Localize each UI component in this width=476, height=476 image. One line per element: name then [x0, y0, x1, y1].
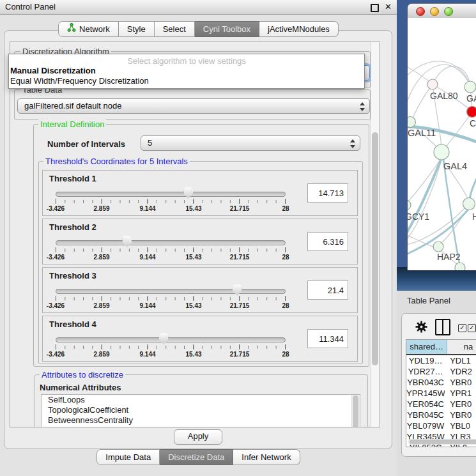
network-window-titlebar[interactable] [408, 4, 476, 19]
network-edge[interactable] [408, 160, 441, 238]
tab-infer-network[interactable]: Infer Network [233, 449, 300, 465]
scrollbar-thumb[interactable] [410, 440, 476, 444]
list-item[interactable]: SelfLoops [42, 395, 360, 405]
tick-label: 9.144 [139, 254, 155, 261]
network-edge[interactable] [412, 84, 433, 119]
slider-thumb[interactable] [159, 333, 169, 344]
network-canvas[interactable]: GAL80GACGAL11GAL4GCY1HHAP2 [408, 18, 476, 270]
slider-track[interactable] [56, 289, 286, 294]
panel-scrollbar[interactable] [371, 42, 380, 427]
column-header-name[interactable]: na [447, 340, 476, 354]
close-icon[interactable]: ✕ [385, 0, 392, 14]
tab-cyni-toolbox[interactable]: Cyni Toolbox [195, 21, 259, 37]
threshold-3-value-field[interactable]: 21.4 [307, 280, 348, 300]
slider-thumb[interactable] [183, 187, 193, 199]
tab-style[interactable]: Style [119, 21, 155, 37]
tick-label: 28 [282, 302, 289, 309]
network-node-label: H [472, 211, 476, 222]
table-cell[interactable]: YBR045C [406, 410, 445, 420]
network-icon [67, 22, 76, 36]
table-cell[interactable]: YBL079W [406, 420, 445, 431]
network-node-GAL80[interactable] [427, 79, 438, 89]
table-horizontal-scrollbar[interactable] [408, 439, 476, 445]
combo-stepper-icon [349, 139, 355, 149]
table-cell[interactable]: YPR145W [406, 388, 445, 399]
table-row[interactable]: YDL19…YDL1 [406, 355, 476, 366]
network-node-H[interactable] [463, 198, 475, 210]
two-pane-columns-icon[interactable] [435, 319, 450, 335]
threshold-3-slider[interactable]: -3.4262.8599.14415.4321.71528 [56, 287, 286, 311]
network-node-GA[interactable] [464, 81, 476, 93]
table-row[interactable]: YDR27…YDR2 [406, 366, 476, 377]
network-edge[interactable] [470, 171, 476, 199]
threshold-1-value-field[interactable]: 14.713 [307, 183, 348, 203]
table-cell[interactable]: YDR27… [406, 366, 445, 377]
tab-impute-data[interactable]: Impute Data [96, 449, 160, 465]
threshold-2-value-field[interactable]: 6.316 [307, 232, 348, 251]
checkbox-icon[interactable]: ✓ [458, 324, 466, 332]
table-row[interactable]: YBR045CYBR0 [406, 410, 476, 420]
algorithm-option-equal-width[interactable]: Equal Width/Frequency Discretization [9, 76, 364, 86]
table-cell[interactable]: YDL19… [406, 355, 445, 366]
table-cell[interactable]: YDL1 [445, 355, 476, 366]
slider-thumb[interactable] [122, 236, 132, 247]
tab-style-label: Style [127, 22, 146, 36]
threshold-1-slider[interactable]: -3.4262.8599.14415.4321.71528 [56, 190, 286, 214]
numerical-attributes-list[interactable]: SelfLoops TopologicalCoefficient Between… [41, 394, 360, 427]
table-cell[interactable]: YDR2 [445, 366, 476, 377]
table-cell[interactable]: YBL0 [445, 420, 476, 431]
tab-network[interactable]: Network [58, 21, 119, 37]
tab-jactivemnodules[interactable]: jActiveMNodules [259, 21, 339, 37]
table-row[interactable]: YBL079WYBL0 [406, 420, 476, 431]
slider-track[interactable] [56, 337, 286, 342]
minimize-traffic-light-icon[interactable] [430, 7, 439, 16]
table-cell[interactable]: YER0 [445, 399, 476, 410]
algorithm-option-manual[interactable]: Manual Discretization [9, 66, 364, 76]
threshold-4-value-field[interactable]: 11.344 [307, 329, 348, 348]
network-node-C[interactable] [467, 107, 476, 118]
threshold-2-slider[interactable]: -3.4262.8599.14415.4321.71528 [56, 238, 286, 263]
slider-thumb[interactable] [233, 284, 242, 296]
number-of-intervals-combobox[interactable]: 5 [141, 135, 360, 151]
table-row[interactable]: YER054CYER0 [406, 399, 476, 410]
tick-label: 15.43 [185, 205, 201, 212]
zoom-traffic-light-icon[interactable] [444, 7, 453, 16]
checkbox-icon[interactable]: ✓ [468, 324, 476, 332]
apply-button[interactable]: Apply [174, 429, 222, 445]
table-row[interactable]: YPR145WYPR1 [406, 388, 476, 399]
threshold-panel-1: Threshold 1 -3.4262.8599.14415.4321.7152… [42, 170, 358, 216]
threshold-4-slider[interactable]: -3.4262.8599.14415.4321.71528 [56, 335, 286, 360]
slider-major-ticks [56, 344, 286, 349]
gear-icon[interactable] [415, 320, 428, 335]
close-traffic-light-icon[interactable] [416, 7, 425, 16]
network-edge[interactable] [443, 160, 459, 263]
tick-label: 21.715 [230, 351, 250, 358]
network-edge[interactable] [446, 112, 472, 147]
tab-select-label: Select [163, 22, 186, 36]
desktop-background [397, 267, 476, 291]
list-item[interactable]: BetweennessCentrality [42, 415, 360, 426]
tab-select[interactable]: Select [155, 21, 195, 37]
network-node[interactable] [455, 263, 465, 270]
network-node-GAL11[interactable] [408, 117, 416, 128]
network-node-GCY1[interactable] [408, 200, 411, 210]
table-row[interactable]: YBR043CYBR0 [406, 377, 476, 388]
table-cell[interactable]: YBR0 [445, 377, 476, 388]
table-cell[interactable]: YER054C [406, 399, 445, 410]
scrollbar-thumb[interactable] [372, 132, 378, 365]
table-cell[interactable]: YBR0 [445, 410, 476, 420]
list-item[interactable]: TopologicalCoefficient [42, 405, 360, 415]
network-node-GAL4[interactable] [434, 144, 449, 160]
slider-tick-labels: -3.4262.8599.14415.4321.71528 [56, 351, 286, 358]
tab-discretize-data[interactable]: Discretize Data [160, 449, 233, 465]
table-cell[interactable]: YPR1 [445, 388, 476, 399]
list-scrollbar[interactable] [351, 395, 360, 427]
slider-track[interactable] [56, 240, 286, 245]
table-data-combobox[interactable]: galFiltered.sif default node [17, 98, 370, 114]
scrollbar-thumb[interactable] [353, 395, 358, 427]
float-window-icon[interactable] [371, 4, 379, 12]
network-node-HAP2[interactable] [433, 242, 443, 252]
table-cell[interactable]: YBR043C [406, 377, 445, 388]
column-header-shared-name[interactable]: shared… [406, 340, 447, 354]
slider-track[interactable] [56, 192, 286, 197]
